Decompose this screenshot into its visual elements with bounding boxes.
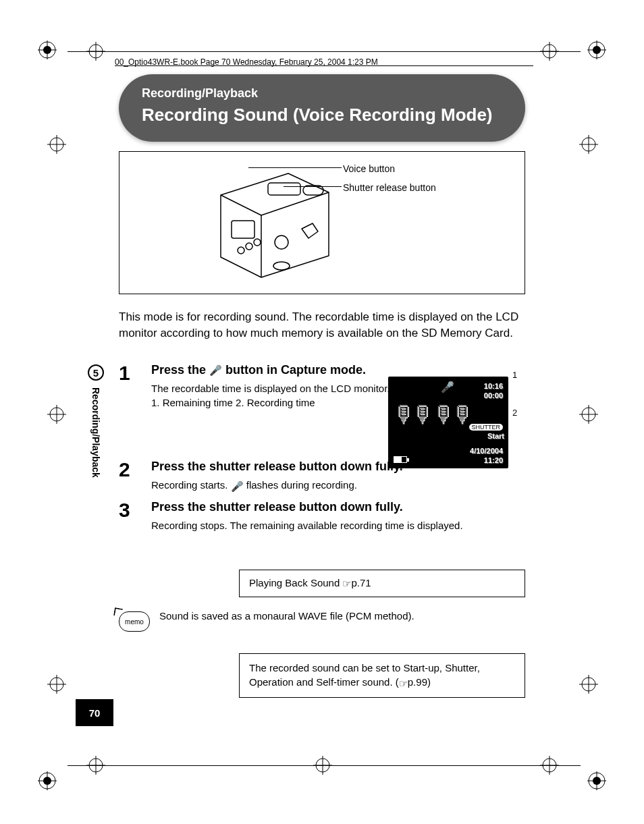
crosshair-mark [47,405,66,424]
title-block: Recording/Playback Recording Sound (Voic… [119,74,525,142]
ref-page: p.71 [351,577,371,588]
crosshair-mark [579,405,598,424]
svg-point-53 [238,247,244,254]
header-rule [115,65,533,66]
crosshair-mark [47,675,66,694]
battery-icon [394,456,407,463]
svg-point-52 [275,236,288,249]
note-box: The recorded sound can be set to Start-u… [239,653,525,698]
registration-mark [587,40,606,59]
registration-mark [587,771,606,790]
text: Recording starts. [151,479,231,491]
page-title: Recording Sound (Voice Recording Mode) [142,105,502,126]
lcd-remaining-time: 10:16 [484,382,503,390]
camera-voice-button-label: Voice button [343,163,395,174]
step-heading: Press the shutter release button down fu… [151,500,525,514]
lcd-callout-1: 1 [512,370,517,380]
section-number-badge: 5 [88,364,104,381]
step-3: 3 Press the shutter release button down … [119,500,525,532]
memo-row: memo Sound is saved as a monaural WAVE f… [119,610,525,632]
lcd-callout-2: 2 [512,408,517,418]
svg-point-54 [246,243,252,250]
microphone-icon: 🎤 [209,364,222,376]
lcd-clock: 11:20 [484,456,503,464]
registration-mark [38,771,57,790]
step-heading: Press the 🎤 button in Capture mode. [151,363,525,377]
text: button in Capture mode. [222,363,366,377]
crosshair-mark [47,135,66,154]
svg-rect-50 [303,186,323,195]
leader-line [248,167,342,168]
page-number: 70 [76,699,113,726]
section-side-tab: 5 Recording/Playback [86,364,107,520]
microphone-icon: 🎤 [231,480,244,492]
svg-rect-51 [232,221,254,238]
svg-point-56 [273,262,290,270]
svg-point-55 [254,239,261,246]
crosshair-mark [579,675,598,694]
camera-shutter-release-label: Shutter release button [343,182,436,193]
microphone-icon: 🎤 [441,381,454,393]
svg-rect-49 [268,183,300,195]
lcd-start-label: Start [487,432,504,440]
crop-line [68,765,581,766]
camera-diagram-box [119,151,525,294]
note-page: p.99) [408,676,431,688]
lcd-date: 4/10/2004 [470,447,503,455]
pointing-hand-icon: ☞ [399,678,408,689]
lcd-shutter-label: SHUTTER [469,424,504,431]
camera-illustration [207,161,342,287]
text: Press the [151,363,209,377]
microphone-graphic: 🎙🎙 🎙🎙 [392,401,470,427]
step-body: Recording stops. The remaining available… [151,518,525,532]
memo-icon: memo [119,611,150,632]
pointing-hand-icon: ☞ [342,578,351,589]
crosshair-mark [579,135,598,154]
text: flashes during recording. [244,479,357,491]
lcd-screen-mockup: 🎤 10:16 00:00 🎙🎙 🎙🎙 SHUTTER Start 4/10/2… [388,377,508,468]
memo-text: Sound is saved as a monaural WAVE file (… [159,610,414,622]
step-number: 2 [119,460,151,493]
registration-mark [38,40,57,59]
section-side-label: Recording/Playback [90,387,101,478]
intro-paragraph: This mode is for recording sound. The re… [119,309,525,341]
cross-reference-box: Playing Back Sound ☞p.71 [239,570,525,597]
ref-text: Playing Back Sound [249,577,342,588]
note-text: The recorded sound can be set to Start-u… [249,662,480,688]
crop-line [68,51,581,52]
chapter-label: Recording/Playback [142,86,502,101]
step-body: Recording starts. 🎤 flashes during recor… [151,478,525,493]
leader-line [284,186,342,187]
step-number: 1 [119,363,151,410]
lcd-recording-time: 00:00 [484,391,503,400]
step-number: 3 [119,500,151,532]
